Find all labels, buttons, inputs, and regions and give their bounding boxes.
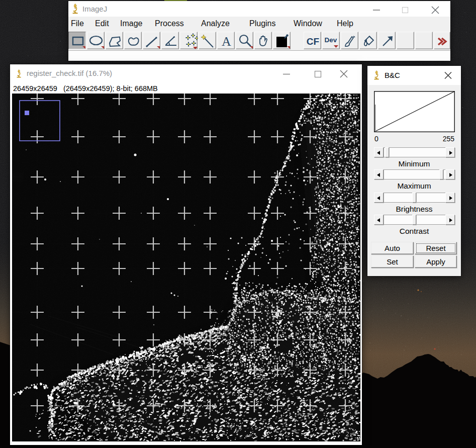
- svg-text:Dev: Dev: [325, 36, 337, 44]
- svg-text:A: A: [222, 34, 231, 49]
- svg-text:CF: CF: [307, 36, 319, 47]
